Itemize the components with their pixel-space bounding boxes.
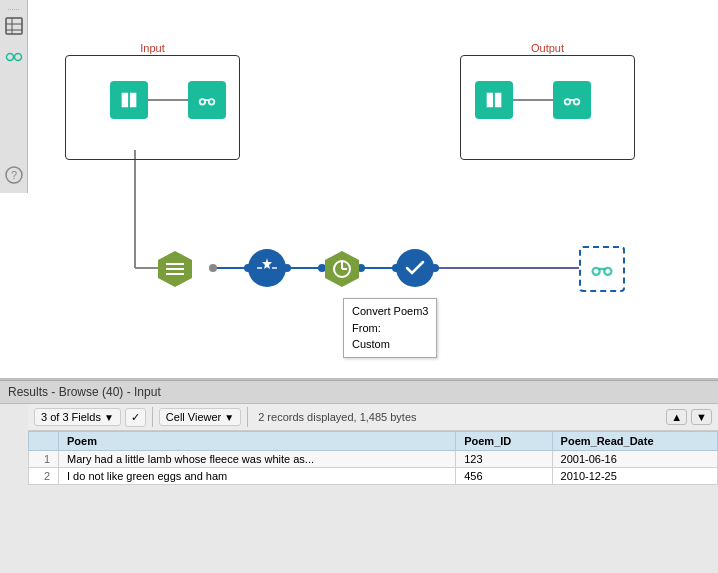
cell-viewer-arrow-icon: ▼ <box>224 412 234 423</box>
hex-list-node[interactable] <box>155 249 195 289</box>
table-container: Poem Poem_ID Poem_Read_Date 1 Mary had a… <box>28 431 718 573</box>
svg-rect-29 <box>166 273 184 275</box>
canvas-area: Input Output <box>0 0 718 380</box>
cell-poem: Mary had a little lamb whose fleece was … <box>59 451 456 468</box>
svg-rect-27 <box>166 263 184 265</box>
table-view-icon[interactable] <box>3 15 25 40</box>
table-row[interactable]: 2 I do not like green eggs and ham 456 2… <box>29 468 718 485</box>
hex-clock-node[interactable] <box>322 249 362 289</box>
output-book-node[interactable] <box>475 81 513 119</box>
cell-poem-id: 123 <box>456 451 552 468</box>
validate-node[interactable] <box>396 249 434 287</box>
svg-point-19 <box>210 100 214 104</box>
table-row[interactable]: 1 Mary had a little lamb whose fleece wa… <box>29 451 718 468</box>
tooltip-box: Convert Poem3 From: Custom <box>343 298 437 358</box>
svg-point-9 <box>209 264 217 272</box>
fields-dropdown[interactable]: 3 of 3 Fields ▼ <box>34 408 121 426</box>
fields-label: 3 of 3 Fields <box>41 411 101 423</box>
data-table: Poem Poem_ID Poem_Read_Date 1 Mary had a… <box>28 431 718 485</box>
svg-rect-31 <box>272 267 277 269</box>
col-poem-id[interactable]: Poem_ID <box>456 432 552 451</box>
check-icon: ✓ <box>131 411 140 424</box>
input-binoculars-node[interactable] <box>188 81 226 119</box>
records-info: 2 records displayed, 1,485 bytes <box>258 411 416 423</box>
transform-node[interactable] <box>248 249 286 287</box>
svg-point-23 <box>566 100 570 104</box>
svg-point-18 <box>201 100 205 104</box>
results-panel: Results - Browse (40) - Input ...... <box>0 380 718 573</box>
output-dashed-node[interactable] <box>579 246 625 292</box>
input-book-node[interactable] <box>110 81 148 119</box>
input-group-label: Input <box>140 42 164 54</box>
cell-viewer-dropdown[interactable]: Cell Viewer ▼ <box>159 408 241 426</box>
cell-poem-read-date: 2001-06-16 <box>552 451 717 468</box>
svg-point-45 <box>6 54 13 61</box>
fields-check-button[interactable]: ✓ <box>125 408 146 427</box>
svg-point-24 <box>575 100 579 104</box>
scroll-down-button[interactable]: ▼ <box>691 409 712 425</box>
svg-point-38 <box>594 269 599 274</box>
dropdown-arrow-icon: ▼ <box>104 412 114 423</box>
cell-poem-read-date: 2010-12-25 <box>552 468 717 485</box>
output-binoculars-node[interactable] <box>553 81 591 119</box>
col-poem-read-date[interactable]: Poem_Read_Date <box>552 432 717 451</box>
toolbar-sep-2 <box>247 407 248 427</box>
svg-point-46 <box>14 54 21 61</box>
results-toolbar: 3 of 3 Fields ▼ ✓ Cell Viewer ▼ 2 record… <box>28 404 718 431</box>
svg-rect-41 <box>6 18 22 34</box>
left-sidebar: ...... <box>0 0 28 193</box>
cell-poem-id: 456 <box>456 468 552 485</box>
cell-record: 1 <box>29 451 59 468</box>
results-header: Results - Browse (40) - Input <box>0 381 718 404</box>
results-header-text: Results - Browse (40) - Input <box>8 385 161 399</box>
results-content: 3 of 3 Fields ▼ ✓ Cell Viewer ▼ 2 record… <box>28 404 718 573</box>
svg-rect-30 <box>257 267 262 269</box>
cell-viewer-label: Cell Viewer <box>166 411 221 423</box>
svg-rect-28 <box>166 268 184 270</box>
output-group-label: Output <box>531 42 564 54</box>
svg-text:?: ? <box>10 169 16 181</box>
tooltip-line1: Convert Poem3 <box>352 303 428 320</box>
col-poem[interactable]: Poem <box>59 432 456 451</box>
scroll-up-button[interactable]: ▲ <box>666 409 687 425</box>
tooltip-line2: From: <box>352 320 428 337</box>
table-body: 1 Mary had a little lamb whose fleece wa… <box>29 451 718 485</box>
col-record[interactable] <box>29 432 59 451</box>
svg-rect-40 <box>599 268 606 270</box>
svg-rect-20 <box>204 99 210 101</box>
cell-poem: I do not like green eggs and ham <box>59 468 456 485</box>
svg-rect-25 <box>569 99 575 101</box>
browse-icon[interactable] <box>3 44 25 69</box>
toolbar-sep-1 <box>152 407 153 427</box>
help-icon[interactable]: ? <box>3 164 25 189</box>
cell-record: 2 <box>29 468 59 485</box>
tooltip-line3: Custom <box>352 336 428 353</box>
svg-point-39 <box>606 269 611 274</box>
drag-handle: ...... <box>8 4 20 11</box>
